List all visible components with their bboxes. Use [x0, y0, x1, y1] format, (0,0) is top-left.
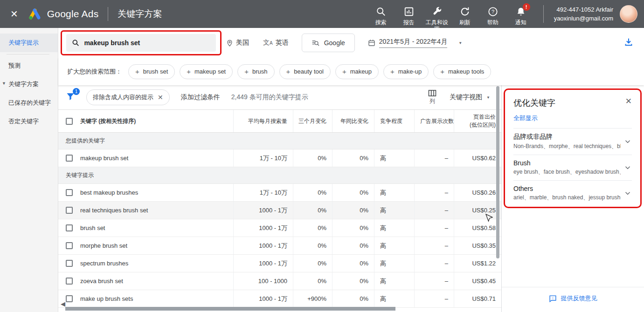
cell-bid: US$0.45 [454, 272, 501, 290]
filter-button[interactable]: 1 [66, 92, 78, 103]
table-body: 您提供的关键字 makeup brush set 1万 - 10万 0% [58, 133, 501, 312]
close-icon[interactable]: ✕ [10, 9, 18, 19]
topnav-help[interactable]: ? 帮助 [481, 7, 505, 26]
account-info[interactable]: 492-447-1052 Arkfair yaoxinlun@gmail.com [554, 5, 613, 23]
cell-competition: 高 [374, 202, 414, 219]
language-selector[interactable]: 文A 英语 [263, 39, 289, 47]
row-checkbox[interactable] [66, 224, 73, 231]
broaden-search-bar: 扩大您的搜索范围： + brush set + makeup set + br [58, 58, 644, 85]
columns-icon [428, 89, 436, 97]
row-checkbox[interactable] [66, 295, 73, 302]
select-all-checkbox[interactable] [66, 118, 73, 125]
row-checkbox[interactable] [66, 242, 73, 249]
broaden-chip[interactable]: + brush set [128, 64, 175, 79]
feedback-button[interactable]: ! 提供反馈意见 [502, 287, 644, 312]
download-button[interactable] [623, 37, 634, 49]
columns-button[interactable]: 列 [428, 89, 436, 105]
cell-volume: 1万 - 10万 [233, 149, 293, 167]
col-header-bid[interactable]: 页首出价 (低位区间) [454, 110, 501, 132]
sidebar-item-negative-keywords[interactable]: 否定关键字 [0, 112, 58, 131]
table-section-row: 您提供的关键字 [58, 133, 501, 149]
sidebar-item-keyword-plan[interactable]: ▼ 关键字方案 [0, 75, 58, 94]
close-icon[interactable]: ✕ [625, 97, 632, 105]
cell-yoy: 0% [332, 237, 374, 254]
avatar[interactable] [620, 5, 637, 23]
cell-three-month: 0% [293, 184, 332, 201]
date-range-selector[interactable]: 2021年5月 - 2022年4月 ▼ [368, 38, 462, 48]
broaden-chip[interactable]: + make-up [383, 64, 429, 79]
table-row[interactable]: zoeva brush set 100 - 1000 0% 0% 高 – US$… [58, 272, 501, 290]
cell-volume: 1000 - 1万 [233, 290, 293, 307]
cell-volume: 1000 - 1万 [233, 237, 293, 254]
show-all-link[interactable]: 全部显示 [513, 114, 538, 122]
network-selector[interactable]: Google [302, 34, 355, 52]
cell-bid: US$0.26 [454, 184, 501, 201]
topnav-search[interactable]: 搜索 [369, 7, 393, 26]
topnav: 搜索 报告 工具和设置 刷新 ? 帮助 ! 通知 [369, 7, 533, 28]
table-row[interactable]: brush set 1000 - 1万 0% 0% 高 – US$0.58 [58, 219, 501, 237]
col-header-yoy[interactable]: 年同比变化 [332, 110, 374, 132]
row-checkbox[interactable] [66, 207, 73, 214]
chevron-down-icon [623, 137, 632, 146]
row-checkbox[interactable] [66, 189, 73, 196]
broaden-chip[interactable]: + beauty tool [279, 64, 331, 79]
table-row[interactable]: make up brush sets 1000 - 1万 +900% 0% 高 … [58, 290, 501, 308]
cell-impression-share: – [414, 202, 454, 219]
sidebar-item-saved-keywords[interactable]: 已保存的关键字 [0, 94, 58, 112]
col-header-impression-share[interactable]: 广告展示次数份额 [414, 110, 454, 132]
keyword-text: zoeva brush set [80, 278, 123, 285]
topbar-divider [543, 5, 544, 23]
broaden-chip[interactable]: + makeup tools [433, 64, 491, 79]
collapse-sidebar-icon[interactable]: ◀ [61, 300, 65, 307]
topnav-refresh[interactable]: 刷新 [453, 7, 477, 26]
horizontal-scrollbar[interactable] [65, 307, 395, 311]
feedback-icon: ! [549, 295, 557, 303]
col-header-three-month[interactable]: 三个月变化 [293, 110, 332, 132]
table-section-row: 关键字提示 [58, 167, 501, 184]
topnav-tools[interactable]: 工具和设置 [425, 7, 449, 28]
table-row[interactable]: morphe brush set 1000 - 1万 0% 0% 高 – US$… [58, 237, 501, 255]
keyword-search-box[interactable] [66, 34, 216, 52]
table-row[interactable]: spectrum brushes 1000 - 1万 0% 0% 高 – US$… [58, 255, 501, 272]
view-selector[interactable]: 关键字视图 ▼ [450, 93, 490, 102]
panel-title: 优化关键字 [513, 97, 555, 109]
row-checkbox[interactable] [66, 278, 73, 285]
broaden-chip[interactable]: + makeup set [180, 64, 233, 79]
cell-yoy: 0% [332, 219, 374, 237]
add-filter-button[interactable]: 添加过滤条件 [181, 93, 220, 102]
keyword-group[interactable]: Brush eye brush、face brush、eyeshadow bru… [513, 155, 632, 180]
filter-count-badge: 1 [73, 88, 80, 95]
cell-volume: 100 - 1000 [233, 272, 293, 290]
chevron-down-icon [623, 163, 632, 172]
sidebar-item-keyword-ideas[interactable]: 关键字提示 [0, 34, 58, 52]
broaden-chips: + brush set + makeup set + brush + [128, 64, 491, 79]
row-checkbox[interactable] [66, 260, 73, 267]
cell-yoy: 0% [332, 202, 374, 219]
active-filter-chip[interactable]: 排除含成人内容的提示 ✕ [86, 89, 170, 105]
cell-three-month: 0% [293, 237, 332, 254]
keyword-group[interactable]: Others ariel、marble、brush naked、jessup b… [513, 180, 632, 206]
keyword-search-input[interactable] [84, 39, 210, 47]
sidebar-item-forecast[interactable]: 预测 [0, 56, 58, 75]
topnav-reports[interactable]: 报告 [397, 7, 421, 26]
broaden-chip[interactable]: + makeup [335, 64, 379, 79]
table-row[interactable]: real techniques brush set 1000 - 1万 0% 0… [58, 202, 501, 219]
col-header-competition[interactable]: 竞争程度 [374, 110, 414, 132]
cell-competition: 高 [374, 149, 414, 167]
table-row[interactable]: best makeup brushes 1万 - 10万 0% 0% 高 – U… [58, 184, 501, 202]
vertical-scrollbar[interactable] [496, 86, 499, 258]
plus-icon: + [390, 68, 395, 75]
broaden-chip[interactable]: + brush [237, 64, 274, 79]
row-checkbox[interactable] [66, 155, 73, 162]
cell-bid: US$0.35 [454, 237, 501, 254]
search-icon [72, 39, 79, 47]
keyword-text: spectrum brushes [80, 260, 128, 267]
remove-filter-icon[interactable]: ✕ [158, 94, 163, 101]
cell-impression-share: – [414, 255, 454, 272]
keyword-group[interactable]: 品牌或非品牌 Non-Brands、morphe、real techniques… [513, 128, 632, 155]
topnav-notifications[interactable]: ! 通知 [509, 7, 533, 26]
cell-three-month: 0% [293, 272, 332, 290]
location-selector[interactable]: 美国 [226, 39, 249, 47]
col-header-volume[interactable]: 平均每月搜索量 [233, 110, 293, 132]
table-row[interactable]: makeup brush set 1万 - 10万 0% 0% 高 – US$0… [58, 149, 501, 167]
